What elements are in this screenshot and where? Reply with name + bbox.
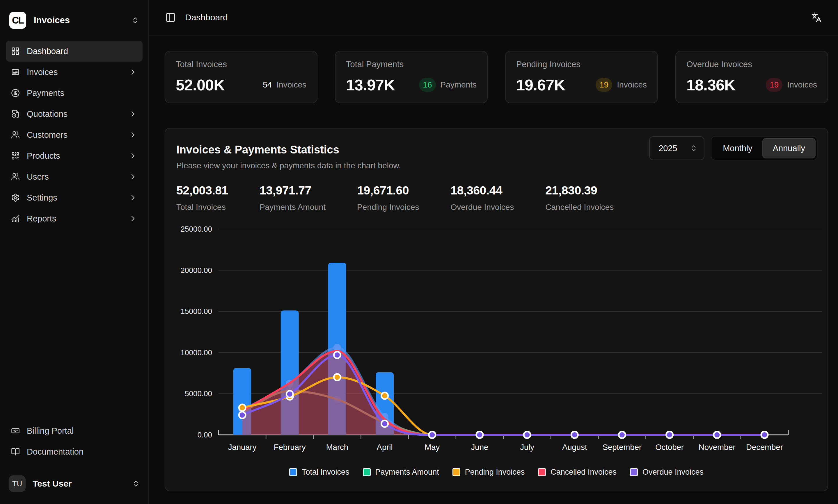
chevrons-up-down-icon <box>132 17 139 24</box>
summary-cancelled-invoices: 21,830.39 Cancelled Invoices <box>545 184 614 212</box>
data-point-February[interactable] <box>286 391 293 397</box>
legend-payments-amount[interactable]: Payments Amount <box>363 468 439 477</box>
chevron-right-icon <box>129 130 137 139</box>
year-select-value: 2025 <box>659 144 678 153</box>
stat-card-total-payments: Total Payments 13.97K 16 Payments <box>335 51 488 103</box>
sidebar-item-payments[interactable]: Payments <box>6 83 142 104</box>
x-axis-label: September <box>603 443 642 452</box>
sidebar-item-invoices[interactable]: Invoices <box>6 61 142 83</box>
data-point-March[interactable] <box>334 374 340 380</box>
book-open-icon <box>11 447 20 456</box>
stat-card-total-invoices: Total Invoices 52.00K 54 Invoices <box>165 51 318 103</box>
toggle-annually[interactable]: Annually <box>762 138 816 158</box>
sidebar-item-users[interactable]: Users <box>6 166 142 187</box>
x-axis-label: July <box>520 443 534 452</box>
sidebar-item-label: Users <box>27 172 49 182</box>
summary-label: Payments Amount <box>259 203 326 212</box>
y-axis-label: 0.00 <box>197 430 212 439</box>
sidebar-item-reports[interactable]: Reports <box>6 208 142 229</box>
chevron-right-icon <box>129 193 137 202</box>
sidebar-item-label: Billing Portal <box>27 426 74 436</box>
chart-subtitle: Please view your invoices & payments dat… <box>176 161 401 170</box>
summary-value: 21,830.39 <box>545 184 614 197</box>
file-clock-icon <box>11 110 20 118</box>
summary-value: 13,971.77 <box>259 184 326 197</box>
stats-row: Total Invoices 52.00K 54 Invoices Total … <box>165 51 828 103</box>
chevrons-up-down-icon <box>690 144 698 152</box>
chevron-right-icon <box>129 173 137 181</box>
sidebar-nav: Dashboard Invoices Payments Quotations C… <box>6 41 142 229</box>
banknote-icon <box>11 426 20 435</box>
stat-label: Total Payments <box>346 59 477 69</box>
data-point-August[interactable] <box>571 432 578 438</box>
sidebar-item-products[interactable]: Products <box>6 145 142 166</box>
invoice-icon <box>11 68 20 76</box>
summary-pending-invoices: 19,671.60 Pending Invoices <box>357 184 419 212</box>
sidebar-item-documentation[interactable]: Documentation <box>6 441 142 462</box>
summary-label: Total Invoices <box>176 203 228 212</box>
data-point-July[interactable] <box>524 432 530 438</box>
summary-total-invoices: 52,003.81 Total Invoices <box>176 184 228 212</box>
stat-count-badge: 19 <box>766 78 783 92</box>
data-point-May[interactable] <box>429 432 435 438</box>
stat-count-label: Invoices <box>787 80 817 90</box>
sidebar: CL Invoices Dashboard Invoices Payments … <box>0 0 149 504</box>
legend-total-invoices[interactable]: Total Invoices <box>289 468 349 477</box>
top-header: Dashboard <box>149 0 838 35</box>
user-name: Test User <box>33 479 72 489</box>
x-axis-label: January <box>228 443 257 452</box>
y-axis-label: 20000.00 <box>181 266 212 275</box>
legend-swatch <box>452 468 460 476</box>
legend-cancelled-invoices[interactable]: Cancelled Invoices <box>538 468 617 477</box>
sidebar-item-settings[interactable]: Settings <box>6 187 142 208</box>
chart-title: Invoices & Payments Statistics <box>176 144 339 156</box>
year-select[interactable]: 2025 <box>649 136 704 160</box>
summary-value: 18,360.44 <box>450 184 514 197</box>
sidebar-item-billing-portal[interactable]: Billing Portal <box>6 420 142 441</box>
sidebar-item-quotations[interactable]: Quotations <box>6 104 142 124</box>
x-axis-label: May <box>425 443 440 452</box>
data-point-January[interactable] <box>239 412 245 418</box>
stat-value: 19.67K <box>516 76 565 94</box>
data-point-November[interactable] <box>714 432 720 438</box>
x-axis-label: December <box>746 443 783 452</box>
chart-summary: 52,003.81 Total Invoices 13,971.77 Payme… <box>176 184 614 212</box>
x-axis-label: April <box>377 443 393 452</box>
period-toggle: Monthly Annually <box>711 136 818 160</box>
language-icon[interactable] <box>811 12 822 23</box>
data-point-January[interactable] <box>239 404 245 411</box>
stat-value: 52.00K <box>176 76 225 94</box>
chevrons-up-down-icon <box>132 480 140 487</box>
stat-card-overdue-invoices: Overdue Invoices 18.36K 19 Invoices <box>675 51 828 103</box>
data-point-December[interactable] <box>761 432 768 438</box>
stat-count-badge: 16 <box>419 78 435 92</box>
data-point-April[interactable] <box>381 420 388 427</box>
chart-icon <box>11 214 20 223</box>
users-icon <box>11 130 20 139</box>
sidebar-item-label: Reports <box>27 214 56 223</box>
sidebar-toggle-button[interactable] <box>165 12 176 23</box>
user-menu[interactable]: TU Test User <box>6 471 142 497</box>
sidebar-item-dashboard[interactable]: Dashboard <box>6 41 142 61</box>
legend-swatch <box>363 468 371 476</box>
chevron-right-icon <box>129 110 137 118</box>
chevron-right-icon <box>129 151 137 160</box>
data-point-March[interactable] <box>334 352 340 358</box>
main-content: Total Invoices 52.00K 54 Invoices Total … <box>149 35 838 504</box>
legend-pending-invoices[interactable]: Pending Invoices <box>452 468 525 477</box>
data-point-September[interactable] <box>619 432 625 438</box>
sidebar-item-customers[interactable]: Customers <box>6 124 142 145</box>
chart-svg: 0.005000.0010000.0015000.0020000.0025000… <box>175 224 829 454</box>
data-point-October[interactable] <box>666 432 673 438</box>
data-point-June[interactable] <box>476 432 483 438</box>
stat-count-label: Payments <box>441 80 477 90</box>
sidebar-item-label: Payments <box>27 88 64 98</box>
app-logo: CL <box>9 12 26 29</box>
legend-label: Cancelled Invoices <box>550 468 617 477</box>
sidebar-item-label: Settings <box>27 193 57 203</box>
legend-overdue-invoices[interactable]: Overdue Invoices <box>630 468 704 477</box>
workspace-switcher[interactable]: CL Invoices <box>6 6 142 34</box>
data-point-April[interactable] <box>381 392 388 399</box>
toggle-monthly[interactable]: Monthly <box>713 138 762 158</box>
chart-legend: Total Invoices Payments Amount Pending I… <box>165 468 827 477</box>
